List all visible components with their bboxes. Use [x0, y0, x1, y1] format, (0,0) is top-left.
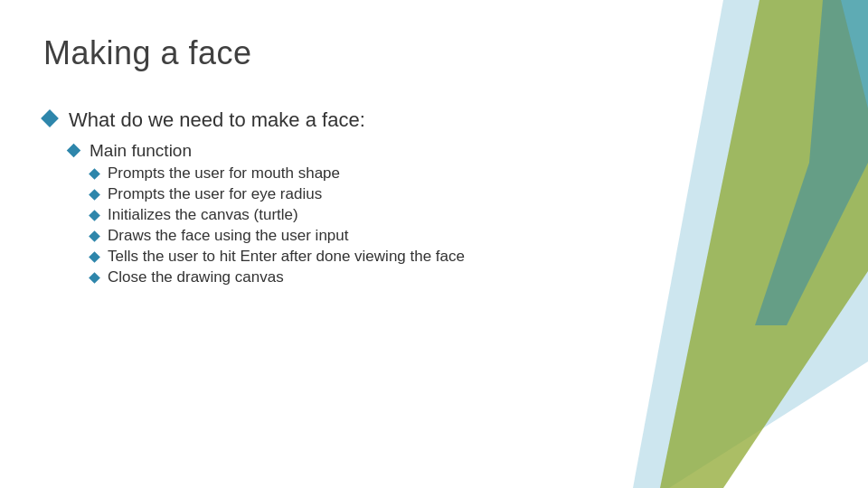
content-area: What do we need to make a face: Main fun…	[43, 108, 615, 289]
level3-text-1: Prompts the user for mouth shape	[108, 164, 340, 183]
level3-text-3: Initializes the canvas (turtle)	[108, 206, 298, 224]
level3-area: Prompts the user for mouth shape Prompts…	[90, 164, 615, 286]
list-item: Initializes the canvas (turtle)	[90, 206, 615, 224]
background-decoration	[579, 0, 868, 488]
bullet-diamond-sm	[89, 272, 100, 284]
level2-area: Main function Prompts the user for mouth…	[69, 141, 615, 286]
level3-text-5: Tells the user to hit Enter after done v…	[108, 248, 465, 266]
level1-item: What do we need to make a face:	[43, 108, 615, 132]
page-title: Making a face	[43, 34, 252, 72]
level3-text-4: Draws the face using the user input	[108, 227, 348, 245]
list-item: Close the drawing canvas	[90, 268, 615, 286]
list-item: Tells the user to hit Enter after done v…	[90, 248, 615, 266]
bullet-diamond-sm	[89, 189, 100, 201]
level2-item: Main function	[69, 141, 615, 161]
level3-text-2: Prompts the user for eye radius	[108, 185, 322, 203]
bullet-diamond-lg	[41, 109, 59, 127]
slide: Making a face What do we need to make a …	[0, 0, 868, 488]
level3-text-6: Close the drawing canvas	[108, 268, 284, 286]
bullet-diamond-sm	[89, 168, 100, 180]
list-item: Prompts the user for eye radius	[90, 185, 615, 203]
bullet-diamond-sm	[89, 251, 100, 263]
bullet-diamond-sm	[89, 210, 100, 221]
bullet-diamond-md	[67, 144, 81, 158]
bullet-diamond-sm	[89, 230, 100, 242]
level2-text: Main function	[90, 141, 192, 161]
level1-text: What do we need to make a face:	[69, 108, 365, 132]
list-item: Draws the face using the user input	[90, 227, 615, 245]
list-item: Prompts the user for mouth shape	[90, 164, 615, 183]
